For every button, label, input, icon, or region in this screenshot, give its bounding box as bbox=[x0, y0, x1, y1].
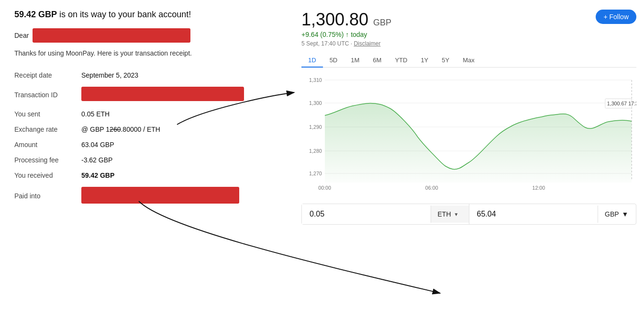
price-change: +9.64 (0.75%) ↑ today bbox=[301, 31, 391, 38]
paid-into-redacted bbox=[81, 187, 239, 204]
you-received-row: You received 59.42 GBP bbox=[14, 168, 282, 183]
y-label-1270: 1,270 bbox=[309, 171, 322, 176]
chart-header: 1,300.80 GBP +9.64 (0.75%) ↑ today 5 Sep… bbox=[301, 10, 636, 52]
processing-fee-row: Processing fee -3.62 GBP bbox=[14, 152, 282, 168]
period-tab-1m[interactable]: 1M bbox=[344, 54, 366, 68]
transaction-id-label: Transaction ID bbox=[14, 83, 81, 106]
amount-label: Amount bbox=[14, 137, 81, 152]
change-arrow: ↑ bbox=[345, 31, 351, 38]
chart-svg: 1,310 1,300 1,290 1,280 1,270 bbox=[301, 72, 636, 197]
period-tab-1d[interactable]: 1D bbox=[301, 54, 323, 68]
receipt-table: Receipt date September 5, 2023 Transacti… bbox=[14, 68, 282, 209]
period-tab-6m[interactable]: 6M bbox=[366, 54, 388, 68]
chart-price: 1,300.80 bbox=[301, 10, 368, 29]
chart-meta: 5 Sept, 17:40 UTC · Disclaimer bbox=[301, 40, 391, 47]
y-label-1310: 1,310 bbox=[309, 77, 322, 83]
amount-row: Amount 63.04 GBP bbox=[14, 137, 282, 152]
period-tab-max[interactable]: Max bbox=[456, 54, 481, 68]
you-received-value: 59.42 GBP bbox=[81, 168, 282, 183]
you-sent-label: You sent bbox=[14, 106, 81, 122]
dear-label: Dear bbox=[14, 32, 29, 39]
receipt-date-value: September 5, 2023 bbox=[81, 68, 282, 83]
converter-input-1[interactable] bbox=[302, 204, 431, 224]
paid-into-label: Paid into bbox=[14, 183, 81, 209]
transaction-id-value bbox=[81, 83, 282, 106]
processing-fee-value: -3.62 GBP bbox=[81, 152, 282, 168]
chart-date: 5 Sept, 17:40 UTC bbox=[301, 40, 349, 47]
processing-fee-label: Processing fee bbox=[14, 152, 81, 168]
paid-into-value bbox=[81, 183, 282, 209]
x-label-0600: 06:00 bbox=[425, 185, 438, 191]
converter-select-1-label: ETH bbox=[438, 210, 451, 218]
change-suffix: today bbox=[351, 31, 367, 38]
period-tab-1y[interactable]: 1Y bbox=[414, 54, 435, 68]
exchange-rate-value: @ GBP 1260.80000 / ETH bbox=[81, 122, 282, 137]
exchange-rate-label: Exchange rate bbox=[14, 122, 81, 137]
transaction-id-redacted bbox=[81, 87, 244, 101]
transaction-id-row: Transaction ID bbox=[14, 83, 282, 106]
period-tabs: 1D5D1M6MYTD1Y5YMax bbox=[301, 54, 636, 68]
converter-input-2[interactable] bbox=[469, 204, 598, 224]
page-container: 59.42 GBP is on its way to your bank acc… bbox=[0, 0, 644, 320]
headline: 59.42 GBP is on its way to your bank acc… bbox=[14, 10, 282, 20]
price-section: 1,300.80 GBP +9.64 (0.75%) ↑ today 5 Sep… bbox=[301, 10, 391, 52]
you-sent-row: You sent 0.05 ETH bbox=[14, 106, 282, 122]
converter-select-2[interactable]: GBP ▼ bbox=[598, 206, 636, 223]
receipt-date-row: Receipt date September 5, 2023 bbox=[14, 68, 282, 83]
tooltip-label-text: 1,300.67 17:35 bbox=[607, 101, 636, 106]
you-received-amount: 59.42 GBP bbox=[81, 171, 114, 179]
y-label-1290: 1,290 bbox=[309, 124, 322, 130]
exchange-rate-row: Exchange rate @ GBP 1260.80000 / ETH bbox=[14, 122, 282, 137]
period-tab-5y[interactable]: 5Y bbox=[435, 54, 456, 68]
chart-container: 1,310 1,300 1,290 1,280 1,270 bbox=[301, 72, 636, 197]
y-label-1300: 1,300 bbox=[309, 100, 322, 106]
paid-into-row: Paid into bbox=[14, 183, 282, 209]
you-sent-value: 0.05 ETH bbox=[81, 106, 282, 122]
thanks-text: Thanks for using MoonPay. Here is your t… bbox=[14, 49, 282, 57]
headline-text: is on its way to your bank account! bbox=[57, 10, 191, 19]
x-label-1200: 12:00 bbox=[532, 185, 545, 191]
disclaimer-link[interactable]: Disclaimer bbox=[354, 40, 380, 47]
converter-row: ETH ▼ GBP ▼ bbox=[301, 204, 636, 225]
period-tab-ytd[interactable]: YTD bbox=[388, 54, 414, 68]
receipt-date-label: Receipt date bbox=[14, 68, 81, 83]
change-value: +9.64 (0.75%) bbox=[301, 31, 344, 38]
you-received-label: You received bbox=[14, 168, 81, 183]
dear-redacted bbox=[33, 28, 190, 43]
converter-select-2-label: GBP bbox=[605, 210, 619, 218]
x-label-0000: 00:00 bbox=[318, 185, 331, 191]
chart-currency: GBP bbox=[373, 18, 391, 27]
amount-value: 63.04 GBP bbox=[81, 137, 282, 152]
headline-amount: 59.42 GBP bbox=[14, 10, 57, 19]
eth-chevron-icon: ▼ bbox=[454, 212, 459, 217]
follow-button[interactable]: + Follow bbox=[596, 10, 636, 24]
left-panel: 59.42 GBP is on its way to your bank acc… bbox=[14, 10, 292, 310]
y-label-1280: 1,280 bbox=[309, 148, 322, 154]
converter-select-1[interactable]: ETH ▼ bbox=[431, 206, 469, 223]
period-tab-5d[interactable]: 5D bbox=[323, 54, 344, 68]
price-row: 1,300.80 GBP bbox=[301, 10, 391, 30]
right-panel: 1,300.80 GBP +9.64 (0.75%) ↑ today 5 Sep… bbox=[292, 10, 636, 310]
gbp-chevron-icon: ▼ bbox=[622, 210, 629, 218]
dear-row: Dear bbox=[14, 28, 282, 43]
